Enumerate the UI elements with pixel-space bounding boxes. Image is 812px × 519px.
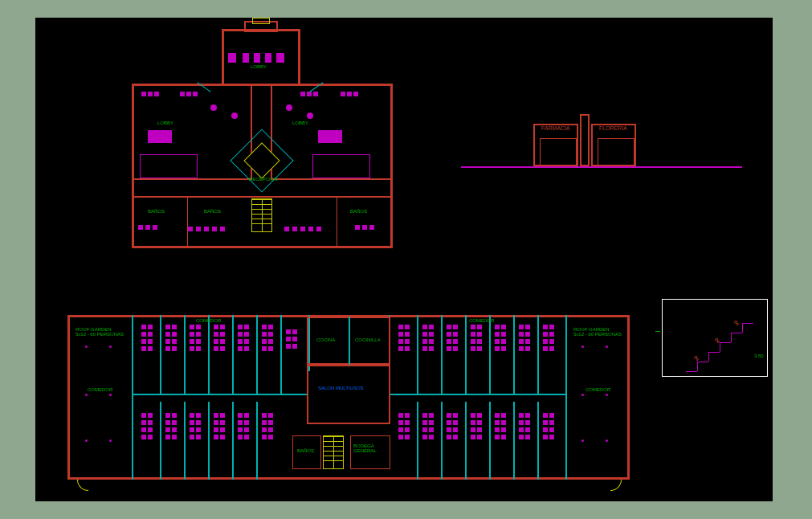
cv2 — [184, 315, 186, 394]
cbr2 — [441, 402, 443, 480]
door-bl — [77, 480, 88, 491]
lbl-sect-dim: 3.50 — [754, 353, 764, 358]
lbl-lobby-3: LOBBY — [251, 64, 267, 69]
table-c — [286, 104, 292, 111]
rg-ptr4 — [606, 394, 608, 396]
lbl-farmacia: FARMACIA — [541, 125, 570, 131]
cbr6 — [537, 402, 539, 480]
rg-pt5 — [85, 439, 88, 442]
door-br — [610, 480, 622, 491]
lbl-recep: RECEPCION — [249, 177, 278, 182]
dtL4 — [214, 325, 225, 351]
cv5 — [256, 315, 258, 394]
wc-row-1 — [188, 227, 225, 231]
dtR3 — [447, 325, 458, 351]
dbR6 — [519, 413, 530, 439]
dbL5 — [238, 413, 249, 439]
dbL1 — [141, 413, 153, 439]
lbl-floreria: FLORERIA — [599, 125, 627, 131]
cvr2 — [441, 315, 443, 394]
furn-ul1 — [141, 92, 159, 96]
table-d — [307, 112, 313, 119]
rg-pt3 — [85, 394, 88, 396]
dbL4 — [214, 413, 225, 439]
wc-row-4 — [355, 225, 374, 230]
sofa-1 — [148, 130, 172, 143]
lbl-lobby-2: LOBBY — [292, 121, 308, 125]
upper-stair — [251, 198, 272, 232]
figure-1: ᕴ — [694, 355, 700, 362]
table-b — [231, 112, 238, 119]
couch-2 — [312, 154, 370, 178]
cad-model-space[interactable]: LOBBY LOBBY LOBBY RECEPCION BAÑOS BAÑOS … — [35, 18, 773, 501]
dbL2 — [165, 413, 177, 439]
penthouse-dome — [252, 18, 270, 24]
figure-3: ᕴ — [734, 320, 740, 327]
lbl-comedor4: COMEDOR — [586, 387, 610, 392]
dim-tick — [655, 331, 660, 332]
lbl-comedor2: COMEDOR — [469, 318, 494, 323]
lbl-banos-l: BAÑOS — [148, 209, 165, 214]
cb1 — [160, 402, 161, 480]
dtR4 — [471, 325, 482, 351]
ground-line — [461, 166, 742, 168]
dtL2 — [165, 325, 177, 351]
elev-pillar — [580, 114, 590, 166]
dbR5 — [495, 413, 506, 439]
cvr6 — [537, 315, 539, 394]
cbr4 — [489, 402, 491, 480]
cbr1 — [417, 402, 418, 480]
cb4 — [232, 402, 234, 480]
lbl-cocina: COCINA — [316, 337, 335, 342]
dbR3 — [447, 413, 458, 439]
cvr5 — [513, 315, 515, 394]
dtR5 — [495, 325, 506, 351]
rg-pt4 — [109, 394, 112, 396]
lower-stair — [323, 435, 344, 469]
cbr5 — [513, 402, 515, 480]
banos-1 — [132, 196, 188, 248]
dtL5 — [238, 325, 249, 351]
dtL7 — [286, 329, 297, 349]
furn-ul2 — [180, 92, 198, 96]
wc-row-3 — [138, 225, 157, 230]
pent-sofa4 — [265, 53, 271, 63]
dtR7 — [543, 325, 554, 351]
couch-1 — [140, 154, 198, 178]
lbl-banos-m: BAÑOS — [204, 209, 221, 214]
lbl-banos-r: BAÑOS — [350, 209, 367, 214]
rg-ptr1 — [581, 345, 584, 348]
lbl-roofR: ROOF GARDEN 5x12 - 60 PERSONAS — [573, 327, 622, 337]
pent-sofa2 — [243, 53, 249, 63]
dbR1 — [398, 413, 410, 439]
rg-pt2 — [109, 345, 112, 348]
cocina-div — [349, 317, 350, 365]
cv4 — [232, 315, 234, 394]
rg-pt6 — [109, 439, 112, 442]
lbl-lobby-1: LOBBY — [157, 121, 173, 125]
cvr3 — [465, 315, 467, 394]
dbR4 — [471, 413, 482, 439]
rg-ptr2 — [606, 345, 608, 348]
dtL3 — [190, 325, 201, 351]
dtR6 — [519, 325, 530, 351]
rg-ptr5 — [581, 439, 584, 442]
pent-sofa1 — [228, 53, 236, 63]
dtL6 — [262, 325, 273, 351]
dbR2 — [422, 413, 434, 439]
cb2 — [184, 402, 186, 480]
figure-2: ᕴ — [715, 337, 720, 345]
cv1 — [160, 315, 161, 394]
hall-line-l — [132, 394, 307, 395]
hall-line-r — [390, 394, 565, 395]
cvr4 — [489, 315, 491, 394]
lbl-banos-lower: BAÑOS — [297, 448, 314, 453]
dbL6 — [262, 413, 273, 439]
salon-box — [307, 365, 390, 424]
lbl-salon: SALON MULTIUSOS — [318, 386, 364, 390]
cv3 — [208, 315, 210, 394]
part-1 — [132, 315, 133, 480]
rg-ptr3 — [581, 394, 584, 396]
cb5 — [256, 402, 258, 480]
furn-ur2 — [341, 92, 358, 96]
